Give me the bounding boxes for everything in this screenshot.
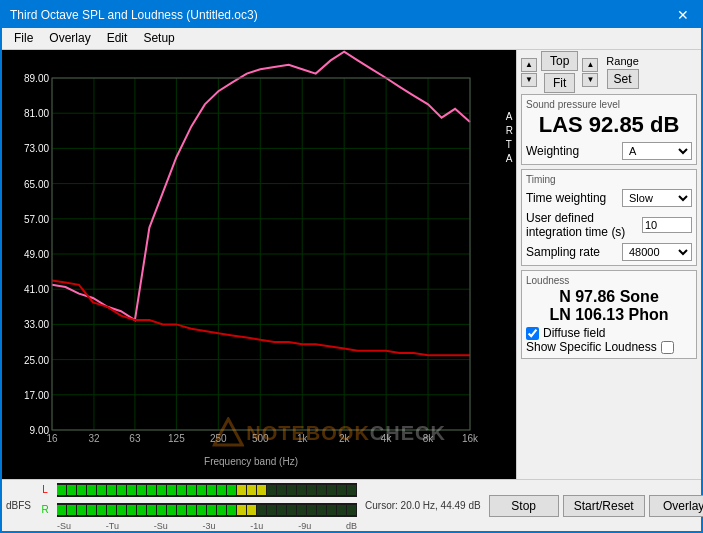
diffuse-label: Diffuse field (543, 326, 605, 340)
cursor-info: Cursor: 20.0 Hz, 44.49 dB (361, 500, 485, 511)
top-button[interactable]: Top (541, 51, 578, 71)
menu-file[interactable]: File (6, 30, 41, 47)
nav-controls: ▲ ▼ Top Fit ▲ ▼ Range Set (521, 54, 697, 90)
specific-label: Show Specific Loudness (526, 340, 657, 354)
meter-row-l: L (35, 481, 357, 499)
menu-edit[interactable]: Edit (99, 30, 136, 47)
menu-overlay[interactable]: Overlay (41, 30, 98, 47)
integration-input[interactable] (642, 217, 692, 233)
title-bar: Third Octave SPL and Loudness (Untitled.… (2, 2, 701, 28)
timing-section: Timing Time weighting Slow Fast Impulse … (521, 169, 697, 266)
range-down-arrow[interactable]: ▼ (582, 73, 598, 87)
chart-canvas (2, 50, 490, 465)
loudness-sone: N 97.86 Sone (526, 288, 692, 306)
weighting-row: Weighting A B C Z (526, 142, 692, 160)
meter-l-bar (57, 483, 357, 497)
frequency-label: Frequency band (Hz) (2, 456, 500, 467)
range-label: Range (606, 55, 638, 67)
diffuse-checkbox[interactable] (526, 327, 539, 340)
top-up-arrow[interactable]: ▲ (521, 58, 537, 72)
integration-label: User definedintegration time (s) (526, 211, 625, 239)
start-reset-button[interactable]: Start/Reset (563, 495, 645, 517)
sampling-label: Sampling rate (526, 245, 600, 259)
sampling-select[interactable]: 48000 44100 96000 (622, 243, 692, 261)
spl-section: Sound pressure level LAS 92.85 dB Weight… (521, 94, 697, 165)
weighting-select[interactable]: A B C Z (622, 142, 692, 160)
main-content: Third octave SPL dB ARTA Frequency band … (2, 50, 701, 479)
range-up-arrow[interactable]: ▲ (582, 58, 598, 72)
app-window: Third Octave SPL and Loudness (Untitled.… (0, 0, 703, 533)
diffuse-row: Diffuse field (526, 326, 692, 340)
fit-button[interactable]: Fit (544, 73, 575, 93)
loudness-phon: LN 106.13 Phon (526, 306, 692, 324)
chart-area: Third octave SPL dB ARTA Frequency band … (2, 50, 516, 479)
spl-title: Sound pressure level (526, 99, 692, 110)
title-bar-title: Third Octave SPL and Loudness (Untitled.… (10, 8, 258, 22)
timing-title: Timing (526, 174, 692, 185)
loudness-title: Loudness (526, 275, 692, 286)
bottom-bar: dBFS L R -Su -Tu -Su -3u -1u -9u (2, 479, 701, 531)
weighting-label: Weighting (526, 144, 579, 158)
time-weighting-row: Time weighting Slow Fast Impulse (526, 189, 692, 207)
range-arrows: ▲ ▼ (582, 58, 598, 87)
stop-button[interactable]: Stop (489, 495, 559, 517)
specific-row: Show Specific Loudness (526, 340, 692, 354)
spl-value: LAS 92.85 dB (526, 112, 692, 138)
bottom-button-row: Stop Start/Reset Overlay B/W Copy (489, 495, 703, 517)
close-button[interactable]: ✕ (673, 7, 693, 23)
right-panel: ▲ ▼ Top Fit ▲ ▼ Range Set Sound press (516, 50, 701, 479)
integration-row: User definedintegration time (s) (526, 211, 692, 239)
top-arrows: ▲ ▼ (521, 58, 537, 87)
range-set-button[interactable]: Set (607, 69, 639, 89)
specific-checkbox[interactable] (661, 341, 674, 354)
meter-l-label: L (35, 484, 55, 495)
dbfs-label: dBFS (6, 500, 31, 511)
meter-row-r: R (35, 501, 357, 519)
overlay-button[interactable]: Overlay (649, 495, 703, 517)
loudness-section: Loudness N 97.86 Sone LN 106.13 Phon Dif… (521, 270, 697, 359)
range-group: Range Set (606, 55, 638, 89)
sampling-row: Sampling rate 48000 44100 96000 (526, 243, 692, 261)
time-weighting-label: Time weighting (526, 191, 606, 205)
top-down-arrow[interactable]: ▼ (521, 73, 537, 87)
meter-r-label: R (35, 504, 55, 515)
menu-bar: File Overlay Edit Setup (2, 28, 701, 50)
level-meter: L R -Su -Tu -Su -3u -1u -9u dB (35, 481, 357, 531)
chart-right-labels: ARTA (506, 110, 514, 166)
menu-setup[interactable]: Setup (135, 30, 182, 47)
meter-tick-labels: -Su -Tu -Su -3u -1u -9u dB (35, 521, 357, 531)
meter-r-bar (57, 503, 357, 517)
time-weighting-select[interactable]: Slow Fast Impulse (622, 189, 692, 207)
meter-r-canvas (57, 503, 357, 517)
top-group: Top Fit (541, 51, 578, 93)
meter-l-canvas (57, 483, 357, 497)
